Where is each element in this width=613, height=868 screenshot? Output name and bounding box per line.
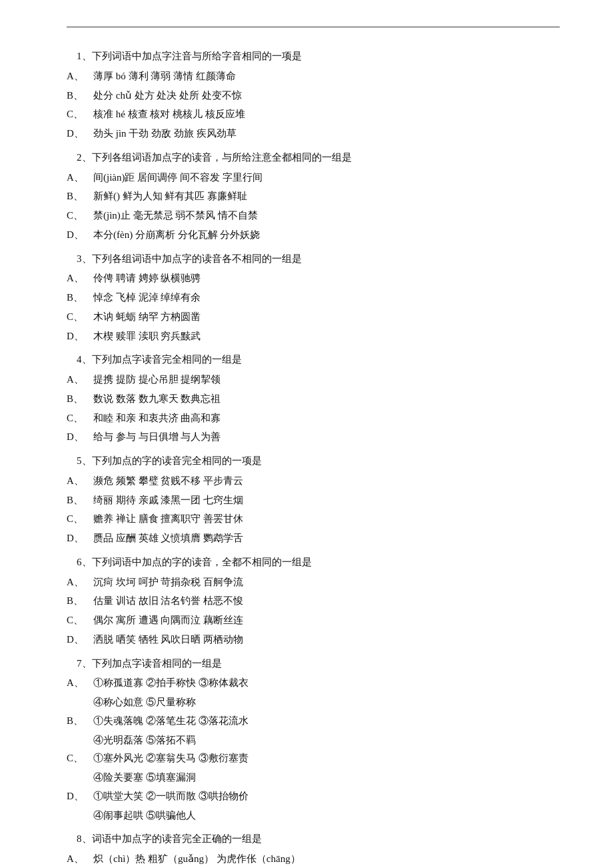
q5-title: 5、下列加点的字的读音完全相同的一项是 (67, 452, 560, 471)
q6-optA: A、 沉疴 坎坷 呵护 苛捐杂税 百舸争流 (67, 573, 560, 592)
q2-optB-text: 新鲜() 鲜为人知 鲜有其匹 寡廉鲜耻 (93, 187, 560, 206)
question-7: 7、下列加点字读音相同的一组是 A、 ①称孤道寡 ②拍手称快 ③称体裁衣 ④称心… (67, 655, 560, 825)
q7-optB-line2: ④光明磊落 ⑤落拓不羁 (93, 731, 560, 750)
q5-optA: A、 濒危 频繁 攀璧 贫贱不移 平步青云 (67, 472, 560, 491)
q5-optA-text: 濒危 频繁 攀璧 贫贱不移 平步青云 (93, 472, 560, 491)
q4-optD-label: D、 (67, 428, 93, 447)
question-3: 3、下列各组词语中加点字的读音各不相同的一组是 A、 伶俜 聘请 娉婷 纵横驰骋… (67, 250, 560, 346)
q2-optC: C、 禁(jìn)止 毫无禁忌 弱不禁风 情不自禁 (67, 207, 560, 225)
q6-optD-text: 洒脱 哂笑 牺牲 风吹日晒 两栖动物 (93, 631, 560, 649)
q3-title: 3、下列各组词语中加点字的读音各不相同的一组是 (67, 250, 560, 269)
q5-optB-text: 绮丽 期待 亲戚 漆黑一团 七窍生烟 (93, 491, 560, 510)
q4-title: 4、下列加点字读音完全相同的一组是 (67, 351, 560, 369)
q1-optD-text: 劲头 jìn 干劲 劲敌 劲旅 疾风劲草 (93, 125, 560, 143)
q7-optD: D、 ①哄堂大笑 ②一哄而散 ③哄抬物价 (67, 787, 560, 806)
q7-optC-line2: ④险关要塞 ⑤填塞漏洞 (93, 769, 560, 787)
q1-title: 1、下列词语中加点字注音与所给字音相同的一项是 (67, 47, 560, 66)
q5-optD: D、 赝品 应酬 英雄 义愤填膺 鹦鹉学舌 (67, 529, 560, 548)
q7-optD-text: ①哄堂大笑 ②一哄而散 ③哄抬物价 (93, 787, 560, 806)
q6-optD-label: D、 (67, 631, 93, 649)
q1-optA: A、 薄厚 bó 薄利 薄弱 薄情 红颜薄命 (67, 67, 560, 86)
question-4: 4、下列加点字读音完全相同的一组是 A、 提携 提防 提心吊胆 提纲挈领 B、 … (67, 351, 560, 447)
q1-optA-label: A、 (67, 67, 93, 86)
q3-optB: B、 悼念 飞棹 泥淖 绰绰有余 (67, 289, 560, 307)
q5-optC: C、 赡养 禅让 膳食 擅离职守 善罢甘休 (67, 510, 560, 529)
q1-optB-label: B、 (67, 87, 93, 105)
q1-optD: D、 劲头 jìn 干劲 劲敌 劲旅 疾风劲草 (67, 125, 560, 143)
q1-optC-text: 核准 hé 核查 核对 桃核儿 核反应堆 (93, 105, 560, 124)
question-6: 6、下列词语中加点的字的读音，全都不相同的一组是 A、 沉疴 坎坷 呵护 苛捐杂… (67, 553, 560, 649)
q3-optB-text: 悼念 飞棹 泥淖 绰绰有余 (93, 289, 560, 307)
q4-optC-text: 和睦 和亲 和衷共济 曲高和寡 (93, 409, 560, 428)
q7-optA-text: ①称孤道寡 ②拍手称快 ③称体裁衣 (93, 674, 560, 693)
q3-optD: D、 木楔 赎罪 渎职 穷兵黩武 (67, 327, 560, 346)
q2-optB: B、 新鲜() 鲜为人知 鲜有其匹 寡廉鲜耻 (67, 187, 560, 206)
q8-optA: A、 炽（chì）热 粗犷（guǎng） 为虎作伥（chāng） (67, 850, 560, 868)
q2-optD-text: 本分(fèn) 分崩离析 分化瓦解 分外妖娆 (93, 226, 560, 245)
q3-optD-label: D、 (67, 327, 93, 346)
q4-optA: A、 提携 提防 提心吊胆 提纲挈领 (67, 371, 560, 389)
q7-optD-label: D、 (67, 787, 93, 806)
q2-optC-label: C、 (67, 207, 93, 225)
q6-optB-label: B、 (67, 592, 93, 611)
q5-optD-label: D、 (67, 529, 93, 548)
q5-optB-label: B、 (67, 491, 93, 510)
q5-optB: B、 绮丽 期待 亲戚 漆黑一团 七窍生烟 (67, 491, 560, 510)
q1-optC-label: C、 (67, 105, 93, 124)
main-content: 1、下列词语中加点字注音与所给字音相同的一项是 A、 薄厚 bó 薄利 薄弱 薄… (67, 47, 560, 868)
q7-optC-text: ①塞外风光 ②塞翁失马 ③敷衍塞责 (93, 749, 560, 768)
q3-optA-text: 伶俜 聘请 娉婷 纵横驰骋 (93, 269, 560, 288)
q3-optD-text: 木楔 赎罪 渎职 穷兵黩武 (93, 327, 560, 346)
q4-optB-text: 数说 数落 数九寒天 数典忘祖 (93, 390, 560, 409)
q1-optD-label: D、 (67, 125, 93, 143)
q1-optC: C、 核准 hé 核查 核对 桃核儿 核反应堆 (67, 105, 560, 124)
q7-optA-label: A、 (67, 674, 93, 693)
q5-optC-label: C、 (67, 510, 93, 529)
q6-optA-text: 沉疴 坎坷 呵护 苛捐杂税 百舸争流 (93, 573, 560, 592)
q7-optB: B、 ①失魂落魄 ②落笔生花 ③落花流水 (67, 712, 560, 731)
q4-optC: C、 和睦 和亲 和衷共济 曲高和寡 (67, 409, 560, 428)
q4-optA-text: 提携 提防 提心吊胆 提纲挈领 (93, 371, 560, 389)
q7-optB-label: B、 (67, 712, 93, 731)
q6-optC-label: C、 (67, 611, 93, 630)
q4-optD-text: 给与 参与 与日俱增 与人为善 (93, 428, 560, 447)
q3-optC-text: 木讷 蚝蛎 纳罕 方枘圆凿 (93, 308, 560, 327)
q3-optC: C、 木讷 蚝蛎 纳罕 方枘圆凿 (67, 308, 560, 327)
q7-optA: A、 ①称孤道寡 ②拍手称快 ③称体裁衣 (67, 674, 560, 693)
q2-optD: D、 本分(fèn) 分崩离析 分化瓦解 分外妖娆 (67, 226, 560, 245)
q4-optC-label: C、 (67, 409, 93, 428)
q1-optA-text: 薄厚 bó 薄利 薄弱 薄情 红颜薄命 (93, 67, 560, 86)
q2-optA-label: A、 (67, 169, 93, 187)
q8-optA-text: 炽（chì）热 粗犷（guǎng） 为虎作伥（chāng） (93, 850, 560, 868)
q7-optA-line2: ④称心如意 ⑤尺量称称 (93, 693, 560, 712)
q2-optA-text: 间(jiàn)距 居间调停 间不容发 字里行间 (93, 169, 560, 187)
q4-optA-label: A、 (67, 371, 93, 389)
top-divider (67, 27, 560, 27)
q6-optB: B、 估量 训诂 故旧 沽名钓誉 枯恶不悛 (67, 592, 560, 611)
q6-optD: D、 洒脱 哂笑 牺牲 风吹日晒 两栖动物 (67, 631, 560, 649)
q2-title: 2、下列各组词语加点字的读音，与所给注意全都相同的一组是 (67, 149, 560, 167)
q5-optA-label: A、 (67, 472, 93, 491)
q7-optC-label: C、 (67, 749, 93, 768)
question-8: 8、词语中加点字的读音完全正确的一组是 A、 炽（chì）热 粗犷（guǎng）… (67, 830, 560, 868)
q5-optC-text: 赡养 禅让 膳食 擅离职守 善罢甘休 (93, 510, 560, 529)
q4-optB-label: B、 (67, 390, 93, 409)
q1-optB-text: 处分 chǔ 处方 处决 处所 处变不惊 (93, 87, 560, 105)
q7-optB-text: ①失魂落魄 ②落笔生花 ③落花流水 (93, 712, 560, 731)
q3-optC-label: C、 (67, 308, 93, 327)
q6-optB-text: 估量 训诂 故旧 沽名钓誉 枯恶不悛 (93, 592, 560, 611)
q2-optC-text: 禁(jìn)止 毫无禁忌 弱不禁风 情不自禁 (93, 207, 560, 225)
q2-optB-label: B、 (67, 187, 93, 206)
q2-optD-label: D、 (67, 226, 93, 245)
q5-optD-text: 赝品 应酬 英雄 义愤填膺 鹦鹉学舌 (93, 529, 560, 548)
question-2: 2、下列各组词语加点字的读音，与所给注意全都相同的一组是 A、 间(jiàn)距… (67, 149, 560, 245)
q6-optA-label: A、 (67, 573, 93, 592)
q3-optA: A、 伶俜 聘请 娉婷 纵横驰骋 (67, 269, 560, 288)
q3-optA-label: A、 (67, 269, 93, 288)
q8-title: 8、词语中加点字的读音完全正确的一组是 (67, 830, 560, 849)
q7-optC: C、 ①塞外风光 ②塞翁失马 ③敷衍塞责 (67, 749, 560, 768)
question-5: 5、下列加点的字的读音完全相同的一项是 A、 濒危 频繁 攀璧 贫贱不移 平步青… (67, 452, 560, 548)
q6-optC: C、 偶尔 寓所 遭遇 向隅而泣 藕断丝连 (67, 611, 560, 630)
q6-title: 6、下列词语中加点的字的读音，全都不相同的一组是 (67, 553, 560, 572)
q4-optD: D、 给与 参与 与日俱增 与人为善 (67, 428, 560, 447)
